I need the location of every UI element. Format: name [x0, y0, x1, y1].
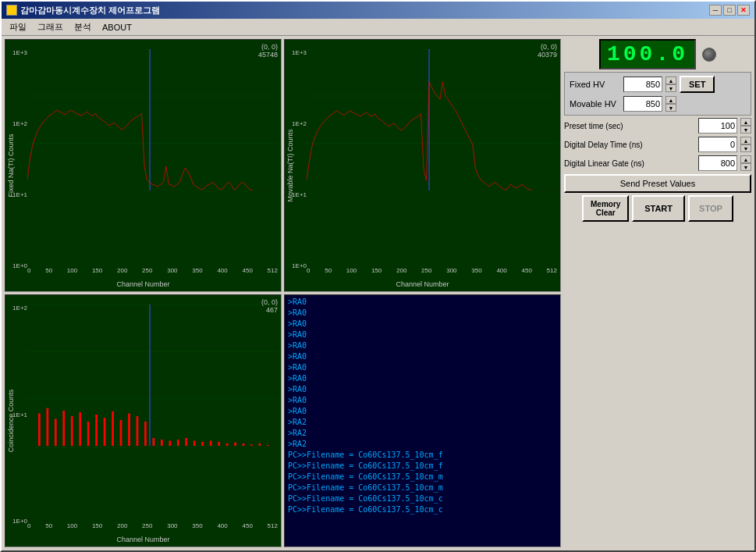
chart-movable-ylabel: Movable Na(TI) Counts — [286, 129, 294, 201]
right-panel: 100.0 Fixed HV ▲ ▼ SET Movable HV — [564, 39, 751, 547]
main-window: 감마감마동시계수장치 제어프로그램 ─ □ ✕ 파일 그래프 분석 ABOUT … — [0, 0, 756, 552]
hv-fixed-row: Fixed HV ▲ ▼ SET — [570, 76, 746, 93]
log-line-8: >RA0 — [288, 384, 557, 395]
hv-fixed-input[interactable] — [623, 77, 662, 92]
svg-rect-26 — [128, 414, 130, 447]
charts-area: 1E+3 1E+2 1E+1 1E+0 Fixed Na(TI) Counts … — [5, 39, 561, 547]
preset-time-up[interactable]: ▲ — [740, 118, 751, 126]
menu-graph[interactable]: 그래프 — [33, 20, 68, 34]
chart-fixed-xaxis: 0 50 100 150 200 250 300 350 400 450 512 — [27, 267, 278, 274]
svg-rect-33 — [185, 438, 187, 446]
svg-rect-15 — [38, 414, 41, 447]
menubar: 파일 그래프 분석 ABOUT — [2, 19, 754, 36]
preset-gate-down[interactable]: ▼ — [740, 163, 751, 171]
preset-gate-spingroup: ▲ ▼ — [740, 155, 751, 171]
hv-movable-input[interactable] — [623, 96, 662, 112]
log-panel[interactable]: >RA0 >RA0 >RA0 >RA0 >RA0 >RA0 >RA0 >RA0 … — [284, 294, 561, 547]
app-icon — [6, 5, 17, 16]
chart-coincidence: 1E+2 1E+1 1E+0 Coincidence Counts (0, 0)… — [5, 294, 282, 547]
svg-rect-31 — [169, 440, 171, 446]
bottom-right-area: >RA0 >RA0 >RA0 >RA0 >RA0 >RA0 >RA0 >RA0 … — [284, 294, 561, 547]
memory-clear-button[interactable]: MemoryClear — [582, 195, 629, 222]
hv-movable-spingroup: ▲ ▼ — [665, 96, 676, 112]
hv-section: Fixed HV ▲ ▼ SET Movable HV ▲ ▼ — [564, 72, 751, 116]
minimize-button[interactable]: ─ — [709, 5, 722, 16]
svg-rect-36 — [210, 440, 212, 446]
preset-time-spingroup: ▲ ▼ — [740, 118, 751, 134]
svg-rect-18 — [62, 411, 65, 446]
count-display: 100.0 — [599, 39, 696, 69]
log-line-13: >RA2 — [288, 439, 557, 450]
log-line-10: >RA0 — [288, 406, 557, 417]
stop-button[interactable]: STOP — [688, 195, 733, 222]
svg-rect-25 — [120, 420, 122, 446]
hv-fixed-down[interactable]: ▼ — [665, 84, 676, 92]
preset-gate-row: Digital Linear Gate (ns) ▲ ▼ — [564, 155, 751, 171]
hv-movable-down[interactable]: ▼ — [665, 104, 676, 112]
svg-rect-23 — [104, 418, 106, 446]
titlebar-buttons: ─ □ ✕ — [709, 5, 750, 16]
start-button[interactable]: START — [632, 195, 685, 222]
preset-delay-label: Digital Delay Time (ns) — [564, 141, 695, 149]
svg-rect-29 — [153, 438, 155, 446]
send-preset-button[interactable]: Send Preset Values — [564, 174, 751, 193]
svg-rect-38 — [226, 443, 229, 446]
svg-rect-16 — [46, 408, 48, 447]
chart-fixed-svg — [27, 49, 278, 191]
preset-time-row: Preset time (sec) ▲ ▼ — [564, 118, 751, 134]
log-line-9: >RA0 — [288, 395, 557, 406]
preset-delay-spingroup: ▲ ▼ — [740, 137, 751, 152]
chart-movable: 1E+3 1E+2 1E+1 1E+0 Movable Na(TI) Count… — [284, 39, 561, 292]
log-line-5: >RA0 — [288, 351, 557, 362]
svg-rect-19 — [71, 416, 73, 446]
log-line-15: PC>>Filename = Co60Cs137.5_10cm_f — [288, 461, 557, 472]
y-scale-top: 1E+3 — [12, 49, 27, 56]
main-content: 1E+3 1E+2 1E+1 1E+0 Fixed Na(TI) Counts … — [2, 36, 754, 550]
svg-rect-32 — [177, 440, 179, 446]
log-line-4: >RA0 — [288, 340, 557, 351]
svg-rect-39 — [234, 443, 236, 447]
log-line-19: PC>>Filename = Co60Cs137.5_10cm_c — [288, 504, 557, 515]
close-button[interactable]: ✕ — [737, 5, 750, 16]
log-line-12: >RA2 — [288, 428, 557, 439]
hv-fixed-label: Fixed HV — [570, 80, 620, 89]
log-line-2: >RA0 — [288, 319, 557, 329]
svg-rect-17 — [55, 419, 57, 447]
log-line-16: PC>>Filename = Co60Cs137.5_10cm_m — [288, 472, 557, 483]
bottom-buttons: MemoryClear START STOP — [564, 195, 751, 222]
preset-delay-up[interactable]: ▲ — [740, 137, 751, 144]
chart-fixed-xlabel: Channel Number — [116, 280, 169, 288]
preset-delay-down[interactable]: ▼ — [740, 144, 751, 152]
preset-time-down[interactable]: ▼ — [740, 126, 751, 134]
y-scale-base: 1E+0 — [12, 262, 27, 269]
preset-gate-up[interactable]: ▲ — [740, 155, 751, 163]
chart-movable-svg — [307, 49, 557, 191]
preset-time-input[interactable] — [698, 118, 737, 134]
log-line-14: PC>>Filename = Co60Cs137.5_10cm_f — [288, 450, 557, 461]
svg-rect-27 — [137, 416, 139, 446]
hv-movable-up[interactable]: ▲ — [665, 96, 676, 104]
window-title: 감마감마동시계수장치 제어프로그램 — [20, 5, 160, 16]
preset-gate-input[interactable] — [698, 155, 737, 171]
preset-delay-input[interactable] — [698, 137, 737, 152]
hv-movable-label: Movable HV — [570, 99, 620, 109]
log-line-7: >RA0 — [288, 373, 557, 384]
log-line-1: >RA0 — [288, 308, 557, 319]
chart-fixed: 1E+3 1E+2 1E+1 1E+0 Fixed Na(TI) Counts … — [5, 39, 282, 292]
set-button[interactable]: SET — [680, 76, 715, 93]
display-row: 100.0 — [564, 39, 751, 69]
preset-section: Preset time (sec) ▲ ▼ Digital Delay Time… — [564, 118, 751, 193]
svg-rect-21 — [87, 422, 90, 446]
menu-file[interactable]: 파일 — [5, 20, 31, 34]
hv-fixed-up[interactable]: ▲ — [665, 77, 676, 84]
svg-rect-40 — [243, 443, 245, 446]
svg-rect-37 — [218, 442, 220, 447]
chart-movable-xlabel: Channel Number — [396, 280, 449, 288]
menu-analysis[interactable]: 분석 — [69, 20, 96, 34]
svg-rect-43 — [267, 445, 269, 446]
menu-about[interactable]: ABOUT — [98, 21, 137, 34]
y-scale-mid: 1E+2 — [12, 120, 27, 127]
maximize-button[interactable]: □ — [723, 5, 736, 16]
svg-rect-42 — [259, 443, 261, 446]
svg-rect-34 — [193, 440, 196, 446]
